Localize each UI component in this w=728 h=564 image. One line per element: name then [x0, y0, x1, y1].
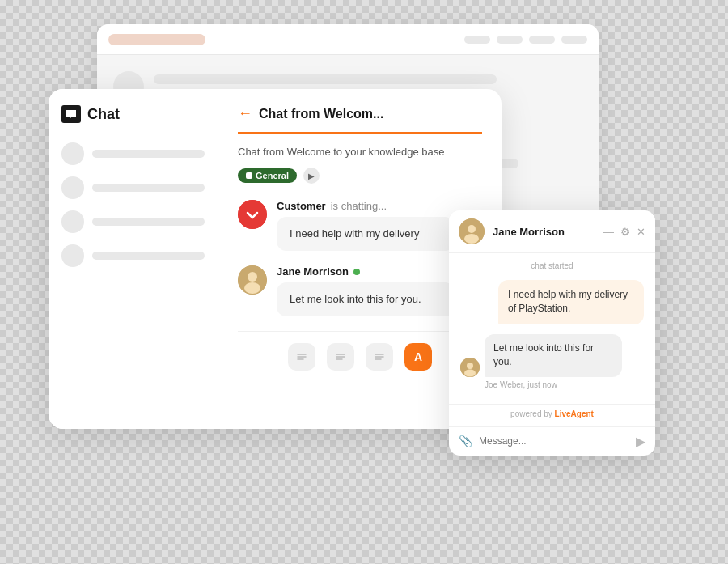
list-avatar-2	[61, 176, 84, 199]
svg-point-9	[464, 369, 476, 376]
popup-agent-row: Let me look into this for you.	[460, 334, 644, 377]
svg-point-5	[468, 225, 476, 233]
popup-actions: — ⚙ ✕	[603, 226, 645, 238]
tag-label: General	[256, 171, 289, 180]
browser-bar-back	[97, 24, 599, 55]
popup-agent-avatar	[460, 358, 480, 377]
toolbar-button-active[interactable]: A	[404, 343, 432, 371]
back-line-1a	[154, 74, 497, 84]
list-item[interactable]	[61, 176, 205, 199]
attach-icon[interactable]: 📎	[459, 435, 472, 447]
list-item[interactable]	[61, 142, 205, 165]
dot-2	[497, 36, 523, 44]
jane-name-label: Jane Morrison	[277, 265, 349, 278]
toolbar-active-label: A	[414, 350, 422, 363]
list-item[interactable]	[61, 244, 205, 267]
sidebar-list	[61, 142, 205, 267]
list-line-1	[92, 150, 205, 158]
settings-icon[interactable]: ⚙	[620, 226, 630, 238]
toolbar-button-2[interactable]	[327, 343, 354, 371]
popup-customer-bubble: I need help with my delivery of PlayStat…	[498, 280, 644, 324]
powered-brand-label: LiveAgent	[555, 409, 594, 418]
chat-entry-customer: Customer is chatting... I need help with…	[238, 200, 482, 251]
url-bar-back	[108, 34, 205, 45]
tag-row: General ▶	[238, 168, 482, 184]
main-panel: Chat ← Chat from Welcom...	[49, 89, 502, 429]
chat-popup: Jane Morrison — ⚙ ✕ chat started I need …	[449, 210, 655, 456]
panel-subtitle: Chat from Welcome to your knowledge base	[238, 146, 482, 158]
back-arrow-icon[interactable]: ←	[238, 105, 252, 122]
popup-agent-bubble: Let me look into this for you.	[485, 334, 622, 377]
chat-started-label: chat started	[460, 261, 644, 270]
sidebar-title: Chat	[61, 105, 205, 123]
popup-input-row: 📎 ▶	[449, 426, 655, 456]
svg-point-0	[238, 200, 267, 229]
general-tag[interactable]: General	[238, 168, 297, 183]
customer-status: is chatting...	[331, 200, 387, 212]
sidebar: Chat	[49, 89, 218, 429]
tag-arrow-button[interactable]: ▶	[303, 168, 320, 184]
close-icon[interactable]: ✕	[637, 226, 645, 238]
chat-entry-jane: Jane Morrison Let me look into this for …	[238, 265, 482, 316]
svg-point-3	[244, 282, 260, 294]
panel-title: Chat from Welcom...	[259, 107, 383, 121]
popup-header: Jane Morrison — ⚙ ✕	[449, 210, 655, 253]
send-icon[interactable]: ▶	[636, 434, 645, 449]
svg-point-2	[248, 272, 257, 282]
popup-agent-meta: Joe Weber, just now	[485, 380, 644, 389]
popup-body: chat started I need help with my deliver…	[449, 253, 655, 404]
svg-point-6	[464, 234, 479, 244]
online-indicator	[353, 269, 360, 275]
popup-avatar	[459, 218, 485, 244]
toolbar-button-3[interactable]	[366, 343, 393, 371]
list-item[interactable]	[61, 210, 205, 233]
popup-contact-name: Jane Morrison	[493, 226, 595, 238]
jane-bubble: Let me look into this for you.	[277, 282, 455, 316]
bottom-toolbar: A	[238, 331, 482, 384]
list-line-2	[92, 184, 205, 192]
toolbar-button-1[interactable]	[288, 343, 315, 371]
list-avatar-4	[61, 244, 84, 267]
powered-by-row: powered by LiveAgent	[449, 404, 655, 426]
powered-by-label: powered by	[510, 409, 554, 418]
panel-header: ← Chat from Welcom...	[238, 105, 482, 134]
customer-bubble: I need help with my delivery	[277, 217, 455, 251]
jane-avatar	[238, 265, 267, 295]
list-line-3	[92, 218, 205, 226]
list-line-4	[92, 252, 205, 260]
sidebar-title-label: Chat	[87, 106, 120, 123]
minimize-icon[interactable]: —	[603, 226, 614, 238]
customer-avatar	[238, 200, 267, 229]
message-input[interactable]	[479, 435, 629, 447]
browser-dots-back	[464, 36, 587, 44]
svg-point-8	[467, 363, 473, 369]
tag-arrow-icon: ▶	[308, 172, 315, 180]
list-avatar-1	[61, 142, 84, 165]
customer-name-row: Customer is chatting...	[277, 200, 482, 212]
dot-4	[561, 36, 587, 44]
tag-icon	[246, 172, 252, 179]
dot-1	[464, 36, 490, 44]
list-avatar-3	[61, 210, 84, 233]
chat-icon	[61, 105, 81, 123]
dot-3	[529, 36, 555, 44]
customer-name-label: Customer	[277, 200, 326, 212]
